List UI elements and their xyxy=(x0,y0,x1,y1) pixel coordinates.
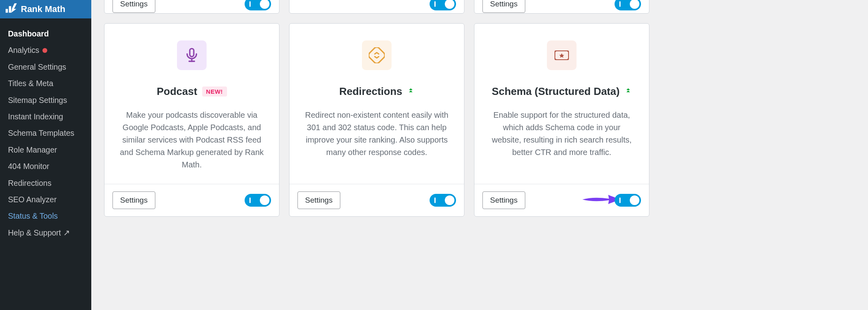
toggle-switch[interactable] xyxy=(615,194,641,207)
toggle-switch[interactable] xyxy=(615,0,641,10)
card-title: Redirections xyxy=(302,85,451,98)
top-card-stub-1: Settings xyxy=(104,0,279,14)
sidebar-item-general-settings[interactable]: General Settings xyxy=(0,59,91,75)
module-card-schema: Schema (Structured Data) Enable support … xyxy=(474,23,649,217)
top-card-stub-2 xyxy=(289,0,464,14)
chevron-up-icon xyxy=(625,85,632,98)
sidebar-item-help-support[interactable]: Help & Support↗ xyxy=(0,225,91,241)
svg-rect-3 xyxy=(190,48,194,56)
svg-marker-2 xyxy=(11,3,17,12)
svg-rect-1 xyxy=(9,6,11,12)
sidebar-item-seo-analyzer[interactable]: SEO Analyzer xyxy=(0,191,91,208)
sidebar-item-role-manager[interactable]: Role Manager xyxy=(0,142,91,158)
settings-button[interactable]: Settings xyxy=(482,0,525,13)
analytics-dot-icon xyxy=(42,48,47,53)
sidebar-item-analytics[interactable]: Analytics xyxy=(0,42,91,58)
sidebar-item-status-tools[interactable]: Status & Tools xyxy=(0,208,91,224)
chevron-up-icon xyxy=(407,85,414,98)
sidebar: Rank Math Dashboard Analytics General Se… xyxy=(0,0,91,310)
sidebar-item-404-monitor[interactable]: 404 Monitor xyxy=(0,158,91,175)
card-description: Redirect non-existent content easily wit… xyxy=(302,109,451,159)
sidebar-item-sitemap-settings[interactable]: Sitemap Settings xyxy=(0,92,91,109)
new-badge: NEW! xyxy=(202,87,227,97)
brand-icon xyxy=(6,3,17,15)
sidebar-item-dashboard[interactable]: Dashboard xyxy=(0,26,91,42)
card-description: Enable support for the structured data, … xyxy=(487,109,636,159)
podcast-icon xyxy=(177,40,207,70)
sidebar-item-redirections[interactable]: Redirections xyxy=(0,175,91,191)
card-description: Make your podcasts discoverable via Goog… xyxy=(117,109,266,171)
svg-rect-0 xyxy=(6,9,8,12)
brand-label: Rank Math xyxy=(21,4,65,14)
card-title: Schema (Structured Data) xyxy=(487,85,636,98)
settings-button[interactable]: Settings xyxy=(113,191,155,209)
brand: Rank Math xyxy=(0,0,91,18)
sidebar-menu: Dashboard Analytics General Settings Tit… xyxy=(0,18,91,248)
toggle-switch[interactable] xyxy=(245,0,271,10)
main: Settings Settings Podcast NEW! Make your… xyxy=(91,0,868,310)
card-title: Podcast NEW! xyxy=(117,85,266,98)
top-card-stub-3: Settings xyxy=(474,0,649,14)
schema-icon xyxy=(547,40,577,70)
settings-button[interactable]: Settings xyxy=(297,191,340,209)
toggle-switch[interactable] xyxy=(430,194,456,207)
settings-button[interactable]: Settings xyxy=(482,191,525,209)
sidebar-item-schema-templates[interactable]: Schema Templates xyxy=(0,125,91,141)
module-card-redirections: Redirections Redirect non-existent conte… xyxy=(289,23,464,217)
settings-button[interactable]: Settings xyxy=(113,0,155,13)
external-link-icon: ↗ xyxy=(63,228,70,238)
toggle-switch[interactable] xyxy=(245,194,271,207)
toggle-switch[interactable] xyxy=(430,0,456,10)
redirections-icon xyxy=(362,40,392,70)
sidebar-item-instant-indexing[interactable]: Instant Indexing xyxy=(0,109,91,125)
svg-rect-6 xyxy=(369,47,385,63)
sidebar-item-titles-meta[interactable]: Titles & Meta xyxy=(0,75,91,92)
module-card-podcast: Podcast NEW! Make your podcasts discover… xyxy=(104,23,279,217)
